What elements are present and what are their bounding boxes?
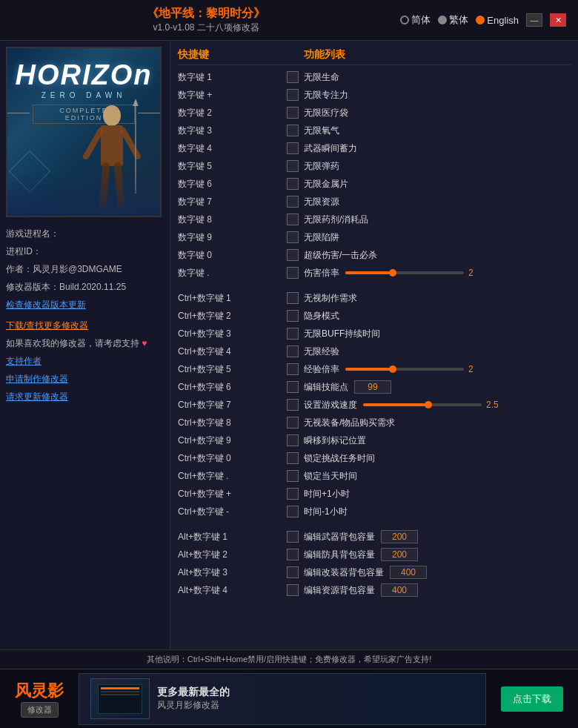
feature-checkbox[interactable] [287,160,299,172]
feature-name: 编辑防具背包容量 [304,548,571,561]
hotkey-label: 数字键 7 [178,196,282,208]
feature-row: Ctrl+数字键 3 无限BUFF持续时间 [178,325,571,343]
app-window: 《地平线：黎明时分》 v1.0-v1.08 二十八项修改器 简体 繁体 Engl… [0,0,578,728]
close-button[interactable]: ✕ [550,13,566,27]
feature-checkbox[interactable] [287,531,299,543]
feature-checkbox[interactable] [287,470,299,482]
feature-checkbox[interactable] [287,310,299,322]
version-label: 修改器版本：Build.2020.11.25 [6,278,164,296]
hotkey-label: 数字键 + [178,89,282,102]
hotkey-label: Ctrl+数字键 8 [178,417,282,429]
svg-rect-1 [101,125,123,166]
feature-checkbox[interactable] [287,231,299,243]
svg-point-0 [103,105,121,126]
download-link[interactable]: 下载/查找更多修改器 [6,320,88,331]
feature-checkbox[interactable] [287,399,299,411]
feature-name: 无限药剂/消耗品 [304,214,571,226]
speed-slider-track[interactable] [363,403,482,406]
feature-checkbox[interactable] [287,89,299,101]
title-bar: 《地平线：黎明时分》 v1.0-v1.08 二十八项修改器 简体 繁体 Engl… [0,0,578,41]
minimize-button[interactable]: — [526,13,542,27]
exp-slider-track[interactable] [345,368,464,371]
update-link[interactable]: 请求更新修改器 [6,391,68,402]
feature-checkbox[interactable] [287,142,299,154]
feature-checkbox[interactable] [287,434,299,446]
bottom-note: 其他说明：Ctrl+Shift+Home禁用/启用快捷键；免费修改器，希望玩家广… [147,655,431,664]
hotkey-label: 数字键 4 [178,142,282,155]
ad-download-button[interactable]: 点击下载 [501,686,563,712]
feature-row: 数字键 4 武器瞬间蓄力 [178,139,571,157]
feature-name: 武器瞬间蓄力 [304,142,571,155]
lang-simplified[interactable]: 简体 [400,13,431,27]
feature-name: 无限氧气 [304,125,571,137]
feature-checkbox[interactable] [287,452,299,464]
feature-name: 无限BUFF持续时间 [304,328,571,340]
feature-checkbox[interactable] [287,584,299,596]
hotkey-label: 数字键 0 [178,249,282,262]
checkbox-cell [282,125,304,136]
modifier-bag-input[interactable] [390,566,427,579]
checkbox-cell [282,249,304,261]
feature-row: 数字键 0 超级伤害/一击必杀 [178,246,571,264]
hotkey-header: 快捷键 [178,48,282,62]
feature-name: 超级伤害/一击必杀 [304,249,571,262]
feature-checkbox[interactable] [287,549,299,560]
feature-checkbox[interactable] [287,214,299,225]
skill-points-input[interactable] [354,380,391,394]
right-panel[interactable]: 快捷键 功能列表 数字键 1 无限生命 数字键 + 无限专注力 数字键 [170,41,578,649]
feature-row: 数字键 2 无限医疗袋 [178,104,571,122]
checkbox-cell [282,417,304,428]
exp-slider-thumb[interactable] [389,365,396,373]
feature-checkbox[interactable] [287,292,299,304]
feature-checkbox[interactable] [287,249,299,261]
hotkey-label: 数字键 9 [178,231,282,244]
checkbox-cell [282,328,304,340]
feature-row-slider: 数字键 . 伤害倍率 2 [178,264,571,282]
feature-checkbox[interactable] [287,566,299,578]
checkbox-cell [282,89,304,101]
feature-row-input: Ctrl+数字键 6 编辑技能点 [178,378,571,396]
ad-logo-area: 风灵影 修改器 [15,680,64,718]
simplified-radio [400,16,409,24]
checkbox-cell [282,292,304,304]
feature-checkbox[interactable] [287,107,299,119]
hotkey-label: Ctrl+数字键 6 [178,381,282,394]
speed-slider-thumb[interactable] [425,401,432,408]
feature-checkbox[interactable] [287,196,299,208]
feature-checkbox[interactable] [287,178,299,190]
feature-checkbox[interactable] [287,267,299,279]
feature-name: 无视装备/物品购买需求 [304,417,571,429]
donate-link[interactable]: 支持作者 [6,356,41,366]
feature-row: Ctrl+数字键 9 瞬移到标记位置 [178,431,571,449]
feature-checkbox[interactable] [287,417,299,428]
feature-checkbox[interactable] [287,328,299,340]
process-id-label: 进程ID： [6,242,164,260]
feature-checkbox[interactable] [287,125,299,136]
armor-bag-input[interactable] [381,548,418,561]
lang-traditional[interactable]: 繁体 [438,13,468,27]
damage-slider-track[interactable] [345,271,464,274]
checkbox-cell [282,196,304,208]
checkbox-cell [282,107,304,119]
request-link[interactable]: 申请制作修改器 [6,374,68,384]
feature-checkbox[interactable] [287,345,299,357]
hotkey-label: 数字键 2 [178,107,282,119]
feature-row: 数字键 7 无限资源 [178,193,571,211]
title-sub: v1.0-v1.08 二十八项修改器 [12,21,400,34]
feature-checkbox[interactable] [287,381,299,393]
feature-checkbox[interactable] [287,363,299,375]
weapon-bag-input[interactable] [381,530,418,543]
damage-slider-value: 2 [468,268,487,278]
check-update-link[interactable]: 检查修改器版本更新 [6,300,86,310]
feature-checkbox[interactable] [287,71,299,83]
feature-name: 编辑改装器背包容量 [304,566,571,579]
feature-checkbox[interactable] [287,506,299,517]
feature-checkbox[interactable] [287,488,299,500]
damage-slider-fill [345,271,393,274]
lang-english[interactable]: English [476,15,519,26]
resource-bag-input[interactable] [381,583,418,597]
damage-slider-thumb[interactable] [389,269,396,277]
feature-name: 锁定当天时间 [304,470,571,483]
hotkey-label: Ctrl+数字键 7 [178,399,282,411]
features-group-2: Ctrl+数字键 1 无视制作需求 Ctrl+数字键 2 隐身模式 Ctrl+数… [178,289,571,520]
